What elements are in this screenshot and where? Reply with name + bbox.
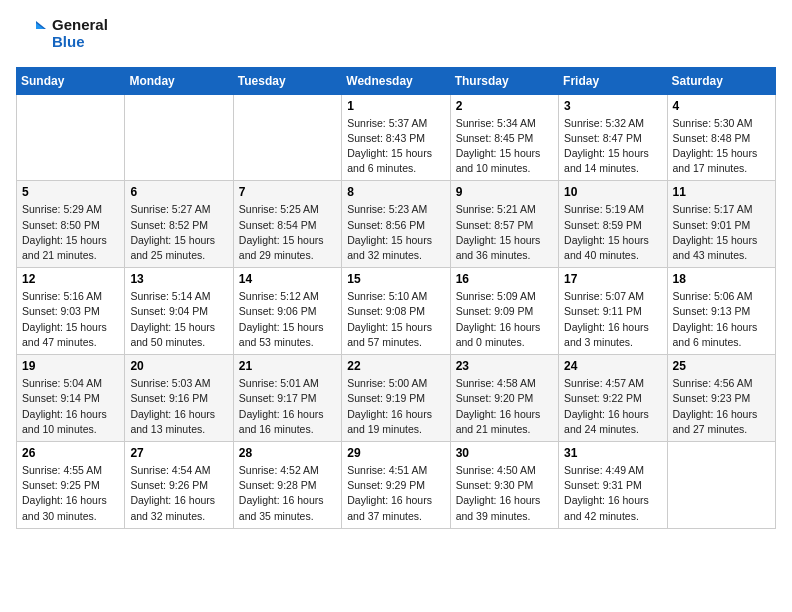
day-number: 22 [347, 359, 444, 373]
day-number: 21 [239, 359, 336, 373]
calendar-cell [667, 442, 775, 529]
day-number: 30 [456, 446, 553, 460]
day-info: Sunrise: 5:27 AM Sunset: 8:52 PM Dayligh… [130, 202, 227, 263]
calendar-cell: 3Sunrise: 5:32 AM Sunset: 8:47 PM Daylig… [559, 94, 667, 181]
calendar-cell: 5Sunrise: 5:29 AM Sunset: 8:50 PM Daylig… [17, 181, 125, 268]
day-info: Sunrise: 5:32 AM Sunset: 8:47 PM Dayligh… [564, 116, 661, 177]
calendar-cell: 28Sunrise: 4:52 AM Sunset: 9:28 PM Dayli… [233, 442, 341, 529]
weekday-wednesday: Wednesday [342, 67, 450, 94]
calendar-cell: 22Sunrise: 5:00 AM Sunset: 9:19 PM Dayli… [342, 355, 450, 442]
day-info: Sunrise: 5:30 AM Sunset: 8:48 PM Dayligh… [673, 116, 770, 177]
day-number: 25 [673, 359, 770, 373]
calendar-cell: 23Sunrise: 4:58 AM Sunset: 9:20 PM Dayli… [450, 355, 558, 442]
week-row-5: 26Sunrise: 4:55 AM Sunset: 9:25 PM Dayli… [17, 442, 776, 529]
logo-general: General [52, 16, 108, 33]
calendar-cell: 20Sunrise: 5:03 AM Sunset: 9:16 PM Dayli… [125, 355, 233, 442]
day-number: 31 [564, 446, 661, 460]
day-info: Sunrise: 4:54 AM Sunset: 9:26 PM Dayligh… [130, 463, 227, 524]
calendar-cell: 17Sunrise: 5:07 AM Sunset: 9:11 PM Dayli… [559, 268, 667, 355]
calendar-cell: 31Sunrise: 4:49 AM Sunset: 9:31 PM Dayli… [559, 442, 667, 529]
logo: General Blue [16, 16, 108, 51]
day-number: 23 [456, 359, 553, 373]
calendar-cell: 10Sunrise: 5:19 AM Sunset: 8:59 PM Dayli… [559, 181, 667, 268]
calendar-cell: 15Sunrise: 5:10 AM Sunset: 9:08 PM Dayli… [342, 268, 450, 355]
day-number: 11 [673, 185, 770, 199]
day-number: 6 [130, 185, 227, 199]
day-info: Sunrise: 5:21 AM Sunset: 8:57 PM Dayligh… [456, 202, 553, 263]
day-info: Sunrise: 5:14 AM Sunset: 9:04 PM Dayligh… [130, 289, 227, 350]
week-row-3: 12Sunrise: 5:16 AM Sunset: 9:03 PM Dayli… [17, 268, 776, 355]
calendar-cell: 2Sunrise: 5:34 AM Sunset: 8:45 PM Daylig… [450, 94, 558, 181]
day-info: Sunrise: 5:00 AM Sunset: 9:19 PM Dayligh… [347, 376, 444, 437]
logo-svg [16, 17, 48, 49]
calendar-cell: 26Sunrise: 4:55 AM Sunset: 9:25 PM Dayli… [17, 442, 125, 529]
calendar-cell: 30Sunrise: 4:50 AM Sunset: 9:30 PM Dayli… [450, 442, 558, 529]
day-info: Sunrise: 4:55 AM Sunset: 9:25 PM Dayligh… [22, 463, 119, 524]
calendar-cell: 16Sunrise: 5:09 AM Sunset: 9:09 PM Dayli… [450, 268, 558, 355]
day-number: 17 [564, 272, 661, 286]
day-number: 13 [130, 272, 227, 286]
day-number: 12 [22, 272, 119, 286]
day-number: 20 [130, 359, 227, 373]
weekday-monday: Monday [125, 67, 233, 94]
day-info: Sunrise: 5:04 AM Sunset: 9:14 PM Dayligh… [22, 376, 119, 437]
calendar-cell: 7Sunrise: 5:25 AM Sunset: 8:54 PM Daylig… [233, 181, 341, 268]
day-number: 24 [564, 359, 661, 373]
day-number: 9 [456, 185, 553, 199]
day-info: Sunrise: 5:16 AM Sunset: 9:03 PM Dayligh… [22, 289, 119, 350]
calendar-cell: 1Sunrise: 5:37 AM Sunset: 8:43 PM Daylig… [342, 94, 450, 181]
day-info: Sunrise: 5:07 AM Sunset: 9:11 PM Dayligh… [564, 289, 661, 350]
day-info: Sunrise: 5:29 AM Sunset: 8:50 PM Dayligh… [22, 202, 119, 263]
weekday-saturday: Saturday [667, 67, 775, 94]
calendar-cell: 4Sunrise: 5:30 AM Sunset: 8:48 PM Daylig… [667, 94, 775, 181]
day-number: 27 [130, 446, 227, 460]
day-info: Sunrise: 5:37 AM Sunset: 8:43 PM Dayligh… [347, 116, 444, 177]
week-row-1: 1Sunrise: 5:37 AM Sunset: 8:43 PM Daylig… [17, 94, 776, 181]
calendar-cell: 13Sunrise: 5:14 AM Sunset: 9:04 PM Dayli… [125, 268, 233, 355]
day-number: 14 [239, 272, 336, 286]
calendar-cell: 24Sunrise: 4:57 AM Sunset: 9:22 PM Dayli… [559, 355, 667, 442]
day-number: 19 [22, 359, 119, 373]
day-number: 3 [564, 99, 661, 113]
logo-blue: Blue [52, 33, 108, 50]
day-info: Sunrise: 5:23 AM Sunset: 8:56 PM Dayligh… [347, 202, 444, 263]
calendar-cell [233, 94, 341, 181]
calendar-cell: 12Sunrise: 5:16 AM Sunset: 9:03 PM Dayli… [17, 268, 125, 355]
day-number: 28 [239, 446, 336, 460]
day-info: Sunrise: 4:56 AM Sunset: 9:23 PM Dayligh… [673, 376, 770, 437]
calendar-cell: 8Sunrise: 5:23 AM Sunset: 8:56 PM Daylig… [342, 181, 450, 268]
day-info: Sunrise: 5:10 AM Sunset: 9:08 PM Dayligh… [347, 289, 444, 350]
calendar-cell: 25Sunrise: 4:56 AM Sunset: 9:23 PM Dayli… [667, 355, 775, 442]
day-info: Sunrise: 5:25 AM Sunset: 8:54 PM Dayligh… [239, 202, 336, 263]
page-header: General Blue [16, 16, 776, 51]
day-info: Sunrise: 5:34 AM Sunset: 8:45 PM Dayligh… [456, 116, 553, 177]
day-info: Sunrise: 5:01 AM Sunset: 9:17 PM Dayligh… [239, 376, 336, 437]
day-info: Sunrise: 5:03 AM Sunset: 9:16 PM Dayligh… [130, 376, 227, 437]
day-number: 16 [456, 272, 553, 286]
day-number: 8 [347, 185, 444, 199]
calendar-cell: 14Sunrise: 5:12 AM Sunset: 9:06 PM Dayli… [233, 268, 341, 355]
weekday-friday: Friday [559, 67, 667, 94]
day-info: Sunrise: 4:51 AM Sunset: 9:29 PM Dayligh… [347, 463, 444, 524]
calendar-body: 1Sunrise: 5:37 AM Sunset: 8:43 PM Daylig… [17, 94, 776, 528]
day-info: Sunrise: 5:17 AM Sunset: 9:01 PM Dayligh… [673, 202, 770, 263]
day-info: Sunrise: 4:57 AM Sunset: 9:22 PM Dayligh… [564, 376, 661, 437]
day-number: 7 [239, 185, 336, 199]
weekday-header-row: SundayMondayTuesdayWednesdayThursdayFrid… [17, 67, 776, 94]
calendar-cell [17, 94, 125, 181]
calendar-table: SundayMondayTuesdayWednesdayThursdayFrid… [16, 67, 776, 529]
day-number: 1 [347, 99, 444, 113]
calendar-cell: 6Sunrise: 5:27 AM Sunset: 8:52 PM Daylig… [125, 181, 233, 268]
day-info: Sunrise: 5:19 AM Sunset: 8:59 PM Dayligh… [564, 202, 661, 263]
weekday-sunday: Sunday [17, 67, 125, 94]
day-number: 5 [22, 185, 119, 199]
weekday-thursday: Thursday [450, 67, 558, 94]
day-number: 4 [673, 99, 770, 113]
day-number: 10 [564, 185, 661, 199]
calendar-cell: 9Sunrise: 5:21 AM Sunset: 8:57 PM Daylig… [450, 181, 558, 268]
day-info: Sunrise: 5:06 AM Sunset: 9:13 PM Dayligh… [673, 289, 770, 350]
day-number: 18 [673, 272, 770, 286]
calendar-cell [125, 94, 233, 181]
calendar-cell: 19Sunrise: 5:04 AM Sunset: 9:14 PM Dayli… [17, 355, 125, 442]
weekday-tuesday: Tuesday [233, 67, 341, 94]
